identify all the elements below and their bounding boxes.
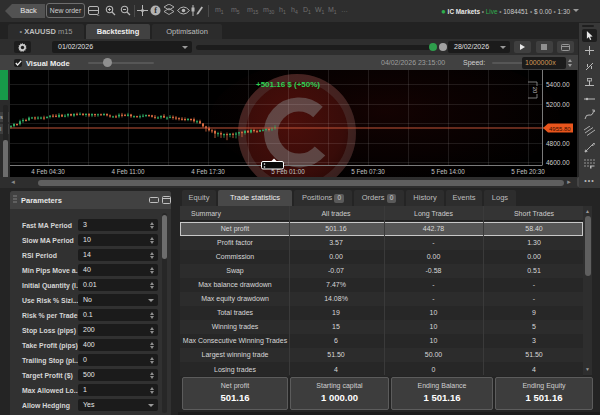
- svg-text:4 Feb 04:30: 4 Feb 04:30: [31, 168, 65, 175]
- svg-text:5 Feb 14:00: 5 Feb 14:00: [431, 168, 465, 175]
- svg-text:4 Feb 11:00: 4 Feb 11:00: [111, 168, 145, 175]
- svg-text:4800.00: 4800.00: [546, 140, 570, 147]
- svg-text:5200.00: 5200.00: [546, 101, 570, 108]
- svg-text:4955.80: 4955.80: [549, 126, 571, 132]
- svg-text:+501.16 $ (+50%): +501.16 $ (+50%): [256, 80, 320, 89]
- svg-text:4 Feb 17:30: 4 Feb 17:30: [191, 168, 225, 175]
- svg-text:5 Feb 20:30: 5 Feb 20:30: [511, 168, 545, 175]
- svg-text:4600.00: 4600.00: [546, 159, 570, 166]
- svg-text:f: f: [154, 6, 157, 15]
- svg-text:20: 20: [532, 87, 538, 94]
- svg-text:5400.00: 5400.00: [546, 81, 570, 88]
- svg-text:5 Feb 07:30: 5 Feb 07:30: [351, 168, 385, 175]
